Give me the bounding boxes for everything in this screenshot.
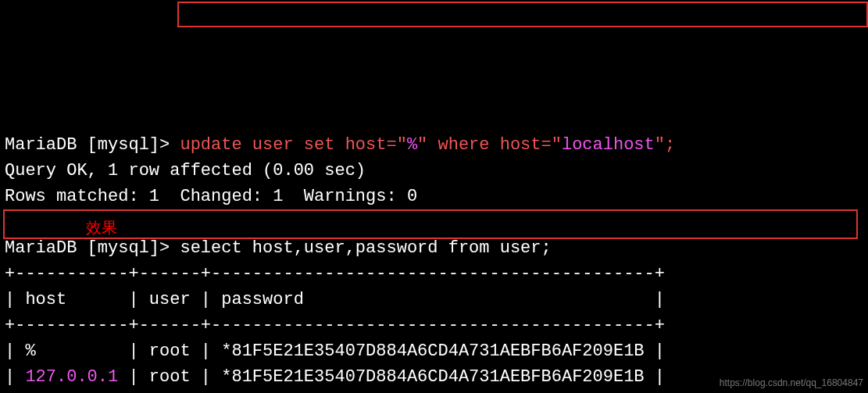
cmd-select: select host,user,password from user; [180, 238, 551, 258]
table-row: | root | *81F5E21E35407D884A6CD4A731AEBF… [118, 367, 665, 387]
table-row: | [5, 367, 25, 387]
prompt: MariaDB [mysql]> [5, 238, 180, 258]
host-value: 127.0.0.1 [25, 367, 118, 387]
host-value: % [25, 341, 35, 361]
watermark: https://blog.csdn.net/qq_16804847 [720, 376, 863, 390]
cmd-update-p4: localhost [562, 135, 655, 155]
table-row: | [5, 341, 25, 361]
cmd-update-p3: " where host=" [417, 135, 562, 155]
cmd-update-p1: update user set host=" [180, 135, 406, 155]
cmd-update-p5: "; [655, 135, 675, 155]
table-header: | host | user | password | [5, 290, 665, 309]
terminal-output: MariaDB [mysql]> update user set host="%… [5, 106, 863, 393]
table-row: | root | *81F5E21E35407D884A6CD4A731AEBF… [36, 341, 665, 361]
result-line: Query OK, 1 row affected (0.00 sec) [5, 161, 366, 180]
table-border: +-----------+------+--------------------… [5, 316, 665, 335]
table-border: +-----------+------+--------------------… [5, 264, 665, 284]
prompt: MariaDB [mysql]> [5, 135, 180, 155]
cmd-update-p2: % [407, 135, 417, 155]
highlight-command [177, 2, 868, 27]
result-line: Rows matched: 1 Changed: 1 Warnings: 0 [5, 187, 417, 206]
